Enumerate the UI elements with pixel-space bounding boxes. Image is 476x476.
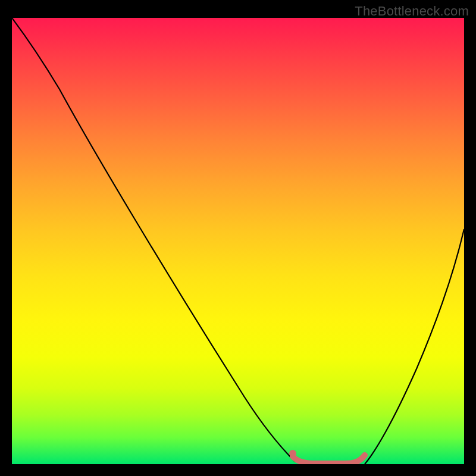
chart-curves-svg <box>12 18 464 464</box>
chart-plot-area <box>12 18 464 464</box>
bottom-flat-path <box>293 455 365 464</box>
anchor-dot <box>289 450 296 457</box>
right-curve-path <box>365 229 464 464</box>
watermark-label: TheBottleneck.com <box>355 4 469 19</box>
left-curve-path <box>12 18 306 464</box>
